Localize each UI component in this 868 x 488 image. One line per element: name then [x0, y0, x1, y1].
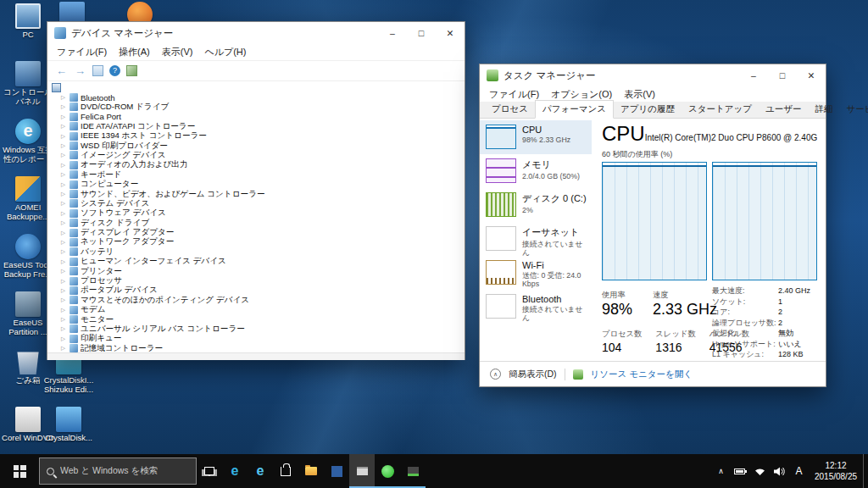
- taskbar-green-app-button[interactable]: [375, 454, 400, 488]
- taskbar-store-button[interactable]: [273, 454, 298, 488]
- expand-chevron-icon[interactable]: ▷: [59, 239, 67, 246]
- tab[interactable]: アプリの履歴: [614, 101, 682, 118]
- taskbar-file-explorer-button[interactable]: [298, 454, 324, 488]
- network-wifi-icon[interactable]: [750, 454, 770, 488]
- app-icon-shape: [408, 467, 419, 476]
- cpu-core-graph-2[interactable]: [712, 162, 817, 280]
- resource-monitor-link[interactable]: リソース モニターを開く: [591, 369, 693, 380]
- tab[interactable]: プロセス: [485, 101, 535, 118]
- mini-graph-icon: [486, 226, 516, 251]
- minimize-button[interactable]: –: [739, 64, 768, 86]
- expand-chevron-icon[interactable]: ▷: [59, 248, 67, 255]
- console-button[interactable]: [92, 65, 103, 76]
- task-manager-titlebar[interactable]: タスク マネージャー – □ ✕: [480, 64, 826, 86]
- expand-chevron-icon[interactable]: ▷: [59, 181, 67, 188]
- expand-chevron-icon[interactable]: ▷: [59, 307, 67, 313]
- menu-item[interactable]: 表示(V): [156, 44, 199, 60]
- Wi-Fi[interactable]: Wi-Fi 送信: 0 受信: 24.0 Kbps: [480, 256, 592, 290]
- search-icon: [47, 468, 54, 475]
- taskbar-edge-button[interactable]: e: [222, 454, 248, 488]
- app-icon-shape: [331, 466, 342, 477]
- taskbar-ie-button[interactable]: e: [248, 454, 273, 488]
- expand-chevron-icon[interactable]: ▷: [59, 210, 67, 217]
- taskbar-device-manager-button[interactable]: [349, 454, 375, 488]
- tab[interactable]: サービス: [839, 101, 868, 118]
- Bluetooth[interactable]: Bluetooth 接続されていません: [480, 290, 592, 324]
- expand-chevron-icon[interactable]: ▷: [59, 230, 67, 236]
- device-tree-root[interactable]: [47, 83, 465, 92]
- イーサネット[interactable]: イーサネット 接続されていません: [480, 222, 592, 256]
- expand-chevron-icon[interactable]: ▷: [59, 114, 67, 120]
- taskbar-task-manager-button[interactable]: [400, 454, 426, 488]
- device-category-icon: [70, 306, 78, 314]
- expand-chevron-icon[interactable]: ▷: [59, 162, 67, 169]
- menu-item[interactable]: ファイル(F): [51, 44, 113, 60]
- tab[interactable]: スタートアップ: [682, 101, 759, 118]
- scan-button[interactable]: [126, 65, 137, 76]
- maximize-button[interactable]: □: [768, 64, 797, 86]
- expand-chevron-icon[interactable]: ▷: [59, 287, 67, 294]
- expand-chevron-icon[interactable]: ▷: [59, 345, 67, 352]
- メモリ[interactable]: メモリ 2.0/4.0 GB (50%): [480, 154, 592, 188]
- window-controls: – □ ✕: [739, 64, 826, 86]
- stat-value: 1316: [655, 341, 682, 354]
- show-desktop-button[interactable]: [863, 454, 868, 488]
- battery-icon[interactable]: [731, 454, 750, 488]
- back-button[interactable]: ←: [55, 64, 68, 77]
- tab[interactable]: パフォーマンス: [535, 100, 614, 119]
- expand-chevron-icon[interactable]: ▷: [59, 219, 67, 226]
- menu-item[interactable]: ヘルプ(H): [198, 44, 252, 60]
- window-title: タスク マネージャー: [504, 69, 734, 82]
- device-category-label: 記憶域コントローラー: [81, 343, 163, 352]
- expand-chevron-icon[interactable]: ▷: [59, 133, 67, 140]
- expand-chevron-icon[interactable]: ▷: [59, 200, 67, 207]
- taskbar-clock[interactable]: 12:12 2015/08/25: [809, 460, 863, 482]
- expand-chevron-icon[interactable]: ▷: [59, 325, 67, 332]
- simple-view-button[interactable]: 簡易表示(D): [509, 369, 557, 380]
- task-view-button[interactable]: [197, 454, 222, 488]
- minimize-button[interactable]: –: [378, 22, 407, 44]
- device-tree-item[interactable]: ▷ マウスとそのほかのポインティング デバイス: [47, 296, 465, 305]
- menu-item[interactable]: 表示(V): [618, 86, 661, 103]
- expand-chevron-icon[interactable]: ▷: [59, 103, 67, 110]
- maximize-button[interactable]: □: [407, 22, 436, 44]
- forward-button[interactable]: →: [74, 64, 86, 77]
- tab[interactable]: 詳細: [808, 101, 839, 118]
- expand-chevron-icon[interactable]: ▷: [59, 142, 67, 149]
- menu-item[interactable]: 操作(A): [113, 44, 156, 60]
- detail-row: 論理プロセッサ数: 2: [712, 318, 817, 329]
- close-button[interactable]: ✕: [436, 22, 465, 44]
- expand-chevron-icon[interactable]: ▷: [59, 94, 67, 101]
- expand-chevron-icon[interactable]: ▷: [59, 316, 67, 323]
- expand-chevron-icon[interactable]: ▷: [59, 191, 67, 197]
- clock-time: 12:12: [825, 461, 846, 470]
- task-manager-tabs: プロセスパフォーマンスアプリの履歴スタートアップユーザー詳細サービス: [480, 102, 826, 119]
- expand-chevron-icon[interactable]: ▷: [59, 171, 67, 178]
- help-button[interactable]: ?: [109, 65, 120, 76]
- expand-chevron-icon[interactable]: ▷: [59, 123, 67, 130]
- ime-indicator[interactable]: A: [789, 454, 809, 488]
- hidden-icons-button[interactable]: ∧: [711, 454, 731, 488]
- expand-chevron-icon[interactable]: ▷: [59, 258, 67, 265]
- expand-chevron-icon[interactable]: ▷: [59, 297, 67, 303]
- cpu-core-graph-1[interactable]: [602, 162, 707, 280]
- CPU[interactable]: CPU 98% 2.33 GHz: [480, 120, 592, 154]
- stat-value: 104: [602, 341, 621, 354]
- app-icon-shape: [305, 467, 317, 475]
- start-button[interactable]: [0, 454, 39, 488]
- tab[interactable]: ユーザー: [759, 101, 809, 118]
- device-tree-item[interactable]: ▷ 記憶域コントローラー: [47, 344, 465, 352]
- taskbar-app-button[interactable]: [324, 454, 349, 488]
- expand-chevron-icon[interactable]: ▷: [59, 336, 67, 342]
- expand-chevron-icon[interactable]: ▷: [59, 152, 67, 158]
- sidebar-item-detail: 2%: [522, 206, 587, 214]
- device-tree-item[interactable]: ▷ DVD/CD-ROM ドライブ: [47, 103, 465, 112]
- expand-chevron-icon[interactable]: ▷: [59, 278, 67, 285]
- taskbar-search-input[interactable]: Web と Windows を検索: [39, 458, 197, 485]
- expand-chevron-icon[interactable]: ▷: [59, 268, 67, 274]
- device-category-icon: [70, 199, 78, 208]
- ディスク 0 (C:)[interactable]: ディスク 0 (C:) 2%: [480, 188, 592, 222]
- close-button[interactable]: ✕: [797, 64, 826, 86]
- device-manager-titlebar[interactable]: デバイス マネージャー – □ ✕: [47, 22, 465, 44]
- volume-icon[interactable]: [770, 454, 789, 488]
